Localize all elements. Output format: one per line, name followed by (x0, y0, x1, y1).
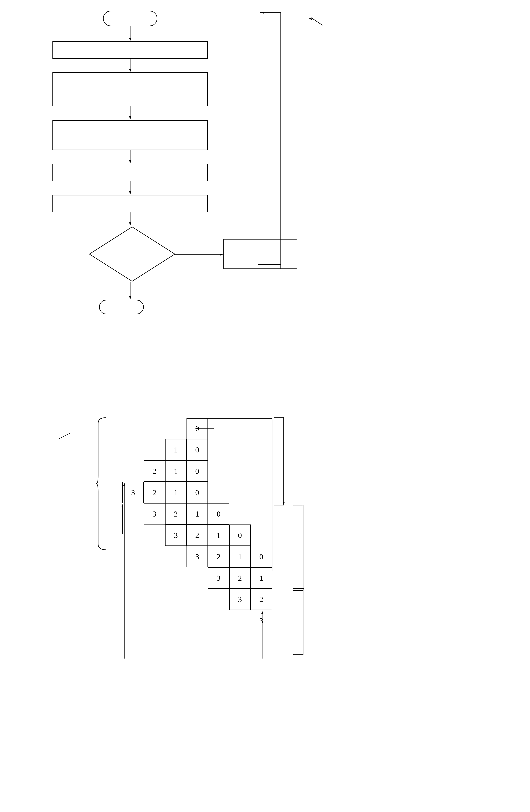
svg-marker-22 (129, 296, 131, 300)
grid-2-0: 2 (144, 460, 165, 482)
right-grid-line (272, 418, 274, 573)
box-write-object-file (53, 195, 208, 212)
arrow-start-to-44 (129, 26, 131, 41)
arrow-no (129, 282, 131, 300)
grid-3-3: 0 (187, 482, 208, 503)
svg-marker-9 (129, 160, 131, 164)
arrow-52-to-54 (129, 212, 131, 226)
svg-marker-14 (89, 227, 175, 281)
grid-5-1: 2 (187, 524, 208, 546)
grid-6-2: 1 (229, 546, 250, 567)
grid-6-0: 3 (187, 546, 208, 567)
svg-marker-20 (260, 12, 264, 14)
grid-5-0: 3 (165, 524, 187, 546)
grid-6-1: 2 (208, 546, 229, 567)
arrow-to-40 (307, 16, 326, 27)
grid-4-2: 1 (187, 503, 208, 524)
grid-9-0: 3 (250, 610, 272, 631)
grid-5-3: 0 (229, 524, 250, 546)
grid-3-0: 3 (123, 482, 144, 503)
grid-6-3: 0 (250, 546, 272, 567)
start-box (103, 11, 157, 26)
box-register-alloc (53, 164, 208, 181)
svg-marker-11 (129, 191, 131, 195)
exit-box (99, 300, 144, 314)
arrow-125 (56, 431, 72, 441)
grid-7-2: 1 (250, 567, 272, 589)
diamond-any-more (88, 226, 176, 282)
svg-marker-36 (302, 588, 304, 591)
svg-line-0 (311, 17, 323, 25)
grid-2-2: 0 (187, 460, 208, 482)
grid-1-1: 0 (187, 439, 208, 460)
box-construct-cfg (53, 41, 208, 59)
arrow-yes (175, 254, 225, 256)
arrow-loop-back (258, 11, 303, 271)
grid-4-0: 3 (144, 503, 165, 524)
tl-brace (95, 418, 107, 550)
grid-7-0: 3 (208, 567, 229, 589)
arrow-46-to-48 (129, 106, 131, 120)
grid-5-2: 1 (208, 524, 229, 546)
epilog-bracket (291, 589, 330, 655)
grid-8-0: 3 (229, 589, 250, 610)
grid-3-1: 2 (144, 482, 165, 503)
grid-1-0: 1 (165, 439, 187, 460)
box-instruction-sched (53, 120, 208, 150)
svg-marker-1 (309, 17, 312, 20)
svg-marker-3 (129, 38, 131, 41)
box-deal-with-next (224, 239, 297, 269)
svg-marker-13 (129, 222, 131, 226)
svg-marker-16 (220, 254, 224, 256)
grid-4-3: 0 (208, 503, 229, 524)
grid-4-1: 2 (165, 503, 187, 524)
svg-line-23 (58, 433, 70, 439)
arrow-44-to-46 (129, 59, 131, 72)
svg-marker-7 (129, 116, 131, 120)
grid-8-1: 2 (250, 589, 272, 610)
grid-3-2: 1 (165, 482, 187, 503)
arrow-48-to-50 (129, 150, 131, 164)
svg-marker-25 (121, 504, 123, 507)
grid-0-0: 0 (187, 418, 208, 439)
svg-marker-30 (283, 502, 285, 505)
kernel-bracket (291, 505, 330, 591)
prolog-bracket (272, 418, 311, 505)
grid-2-1: 1 (165, 460, 187, 482)
grid-7-1: 2 (229, 567, 250, 589)
svg-marker-5 (129, 69, 131, 72)
arrow-50-to-52 (129, 181, 131, 195)
box-various-opt (53, 72, 208, 106)
arrow-128 (123, 482, 126, 661)
